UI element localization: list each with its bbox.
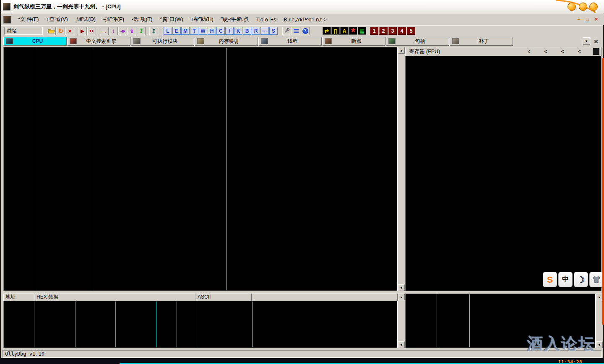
step-into-button[interactable]: → (100, 27, 109, 35)
tab-cpu[interactable]: CPU (3, 37, 67, 46)
registers-content[interactable] (405, 56, 601, 291)
tab-close-button[interactable]: × (592, 37, 600, 45)
scroll-up-button[interactable]: ▲ (596, 294, 603, 300)
tab-threads[interactable]: 线程 (258, 37, 322, 46)
view-log-button[interactable]: L (164, 27, 172, 35)
threads-tab-icon (261, 38, 268, 44)
menu-breakpoint[interactable]: B.r.e,a'kP^o"i.n,t-> (280, 16, 331, 24)
scroll-down-button[interactable]: ▼ (596, 341, 603, 348)
options-button[interactable] (282, 27, 291, 35)
plugin-pants-button[interactable]: ∏ (331, 27, 340, 35)
step-over-button[interactable]: ↓ (109, 27, 118, 35)
view-windows-button[interactable]: W (199, 27, 207, 35)
tab-dropdown-button[interactable]: ▼ (583, 37, 590, 45)
pause-button[interactable]: ▮▮ (87, 27, 96, 35)
disassembly-pane[interactable] (3, 47, 398, 291)
view-memory-button[interactable]: M (181, 27, 190, 35)
close-process-button[interactable]: × (65, 27, 74, 35)
scroll-down-button[interactable]: ▼ (398, 341, 405, 348)
titlebar-buttons[interactable] (548, 0, 603, 13)
tab-memory-map[interactable]: 内存映射 (195, 37, 258, 46)
ime-language-button[interactable]: 中 (558, 272, 573, 287)
tab-executable-modules[interactable]: 可执行模块 (131, 37, 194, 46)
view-source-button[interactable]: S (269, 27, 278, 35)
view-cpu-button[interactable]: C (216, 27, 225, 35)
menu-options[interactable]: -选`项(T) (128, 15, 156, 24)
grid-icon: ▦ (359, 28, 364, 34)
preset-1-button[interactable]: 1 (370, 27, 378, 35)
tab-breakpoints[interactable]: 断点 (322, 37, 385, 46)
view-callstack-button[interactable]: K (234, 27, 242, 35)
view-references-button[interactable]: R (252, 27, 260, 35)
ime-skin-button[interactable] (589, 272, 604, 287)
view-patches-button[interactable]: / (225, 27, 234, 35)
restart-button[interactable]: ↻ (56, 27, 65, 35)
tab-label: 句柄 (396, 38, 449, 45)
animate-into-button[interactable]: ↠ (118, 27, 127, 35)
sogou-logo-icon: S (547, 275, 553, 285)
preset-3-button[interactable]: 3 (388, 27, 397, 35)
menu-file[interactable]: *文.件(F) (14, 15, 42, 24)
menu-help[interactable]: +帮"助(H) (187, 15, 217, 24)
ime-toolbar: S 中 ☽ (543, 272, 604, 287)
help-button[interactable]: ? (301, 27, 310, 35)
preset-4-button[interactable]: 4 (398, 27, 406, 35)
column-separator[interactable] (35, 48, 35, 290)
registers-pane: 寄存器 (FPU) < < < < (405, 47, 601, 291)
window-title: 剑气纵横三万里，一剑光寒十九州。 - [CPU] (13, 0, 121, 13)
scroll-up-button[interactable]: ▲ (398, 47, 405, 54)
restore-button[interactable]: □ (584, 16, 591, 23)
view-breakpoints-button[interactable]: B (243, 27, 251, 35)
view-runtrace-button[interactable]: ··· (260, 27, 269, 35)
column-separator (156, 302, 156, 347)
pass-exception-button[interactable]: ↧ (137, 27, 146, 35)
column-separator (115, 302, 116, 347)
appearance-button[interactable] (292, 27, 300, 35)
menu-tools[interactable]: T,o`o.l+s (253, 16, 280, 24)
menu-debug[interactable]: .调'试(D) (72, 15, 99, 24)
tab-handles[interactable]: 句柄 (386, 37, 449, 46)
plugin-exchange-button[interactable]: ⇄ (323, 27, 331, 35)
system-menu-icon[interactable] (3, 16, 11, 23)
ime-night-button[interactable]: ☽ (574, 272, 588, 287)
collapse-button[interactable]: < (526, 49, 532, 55)
view-executables-button[interactable]: E (172, 27, 181, 35)
preset-2-button[interactable]: 2 (379, 27, 388, 35)
menu-view[interactable]: +查'看(V) (42, 15, 71, 24)
column-separator (75, 302, 76, 347)
dump-scrollbar[interactable]: ▲ ▼ (398, 294, 404, 348)
animate-over-button[interactable]: ↡ (128, 27, 136, 35)
tabbar: CPU 中文搜索引擎 可执行模块 内存映射 线程 断点 句柄 补丁 (1, 36, 603, 46)
collapse-button[interactable]: < (576, 49, 583, 55)
view-handles-button[interactable]: H (208, 27, 216, 35)
close-button[interactable]: × (593, 16, 600, 23)
hex-dump-pane[interactable] (3, 301, 398, 348)
titlebar[interactable]: 剑气纵横三万里，一剑光寒十九州。 - [CPU] (0, 0, 604, 13)
menu-plugins[interactable]: -插"件(P) (99, 15, 128, 24)
tab-chinese-search-engine[interactable]: 中文搜索引擎 (67, 37, 130, 46)
collapse-button[interactable]: < (559, 49, 566, 55)
column-separator[interactable] (92, 48, 92, 290)
ime-sogou-button[interactable]: S (543, 272, 557, 287)
scroll-up-button[interactable]: ▲ (398, 294, 405, 300)
column-separator[interactable] (226, 48, 226, 290)
menu-window[interactable]: ^窗`口(W) (156, 15, 187, 24)
plugin-grid-button[interactable]: ▦ (358, 27, 366, 35)
scroll-down-button[interactable]: ▼ (398, 284, 405, 291)
view-threads-button[interactable]: T (190, 27, 198, 35)
preset-5-button[interactable]: 5 (407, 27, 415, 35)
menu-hardware-breakpoint[interactable]: "硬-件-断.点 (217, 15, 253, 24)
collapse-button[interactable]: < (542, 49, 549, 55)
plugin-star-button[interactable]: * (349, 27, 357, 35)
open-file-button[interactable] (47, 27, 56, 35)
run-button[interactable]: ▶ (78, 27, 87, 35)
handles-tab-icon (388, 38, 396, 44)
disassembly-scrollbar[interactable]: ▲ ▼ (398, 47, 404, 291)
stack-scrollbar[interactable]: ▲ ▼ (596, 294, 602, 348)
plugin-assembler-button[interactable]: A (340, 27, 349, 35)
tab-patches[interactable]: 补丁 (450, 37, 513, 46)
minimize-button[interactable]: – (575, 16, 582, 23)
tab-label: 线程 (268, 38, 321, 45)
execute-till-return-button[interactable]: ↥ (149, 27, 158, 35)
registers-corner-button[interactable] (593, 48, 599, 55)
